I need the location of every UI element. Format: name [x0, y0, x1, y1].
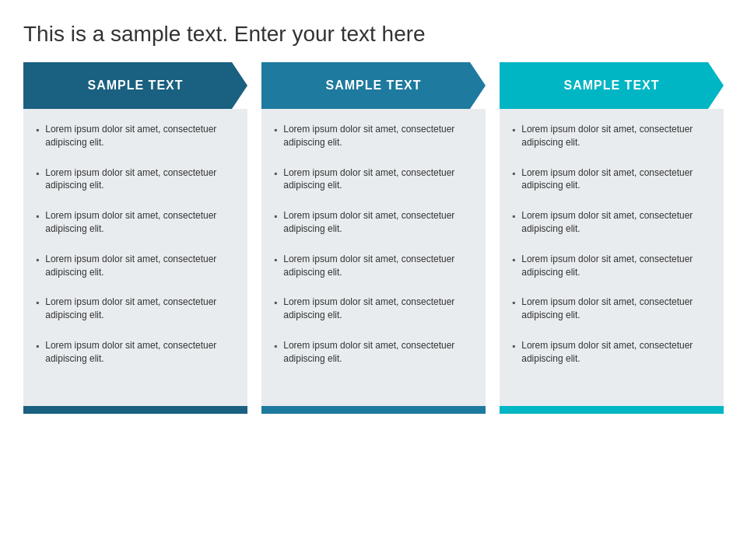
- list-item: Lorem ipsum dolor sit amet, consectetuer…: [36, 253, 235, 279]
- column-1-header: SAMPLE TEXT: [23, 62, 247, 109]
- column-2-header: SAMPLE TEXT: [261, 62, 486, 109]
- list-item: Lorem ipsum dolor sit amet, consectetuer…: [512, 296, 711, 322]
- column-3-header-text: SAMPLE TEXT: [563, 79, 659, 93]
- list-item: Lorem ipsum dolor sit amet, consectetuer…: [512, 339, 711, 366]
- list-item: Lorem ipsum dolor sit amet, consectetuer…: [512, 166, 711, 193]
- list-item: Lorem ipsum dolor sit amet, consectetuer…: [274, 253, 473, 279]
- list-item: Lorem ipsum dolor sit amet, consectetuer…: [512, 123, 711, 149]
- list-item: Lorem ipsum dolor sit amet, consectetuer…: [36, 166, 235, 193]
- list-item: Lorem ipsum dolor sit amet, consectetuer…: [36, 123, 235, 149]
- list-item: Lorem ipsum dolor sit amet, consectetuer…: [36, 209, 235, 236]
- list-item: Lorem ipsum dolor sit amet, consectetuer…: [274, 209, 473, 236]
- list-item: Lorem ipsum dolor sit amet, consectetuer…: [274, 339, 473, 366]
- column-2: SAMPLE TEXTLorem ipsum dolor sit amet, c…: [261, 62, 486, 414]
- column-3: SAMPLE TEXTLorem ipsum dolor sit amet, c…: [500, 62, 724, 414]
- column-3-footer: [500, 406, 724, 414]
- list-item: Lorem ipsum dolor sit amet, consectetuer…: [512, 209, 711, 236]
- column-3-header: SAMPLE TEXT: [500, 62, 724, 109]
- column-1-body: Lorem ipsum dolor sit amet, consectetuer…: [23, 109, 247, 406]
- page-title: This is a sample text. Enter your text h…: [0, 0, 747, 62]
- column-3-body: Lorem ipsum dolor sit amet, consectetuer…: [500, 109, 724, 406]
- list-item: Lorem ipsum dolor sit amet, consectetuer…: [274, 123, 473, 149]
- column-1: SAMPLE TEXTLorem ipsum dolor sit amet, c…: [23, 62, 247, 414]
- column-2-body: Lorem ipsum dolor sit amet, consectetuer…: [261, 109, 486, 406]
- list-item: Lorem ipsum dolor sit amet, consectetuer…: [274, 166, 473, 193]
- list-item: Lorem ipsum dolor sit amet, consectetuer…: [36, 296, 235, 322]
- column-1-header-text: SAMPLE TEXT: [87, 79, 183, 93]
- column-2-footer: [261, 406, 486, 414]
- column-1-footer: [23, 406, 247, 414]
- list-item: Lorem ipsum dolor sit amet, consectetuer…: [274, 296, 473, 322]
- list-item: Lorem ipsum dolor sit amet, consectetuer…: [36, 339, 235, 366]
- columns-container: SAMPLE TEXTLorem ipsum dolor sit amet, c…: [0, 62, 747, 414]
- column-2-header-text: SAMPLE TEXT: [325, 79, 421, 93]
- list-item: Lorem ipsum dolor sit amet, consectetuer…: [512, 253, 711, 279]
